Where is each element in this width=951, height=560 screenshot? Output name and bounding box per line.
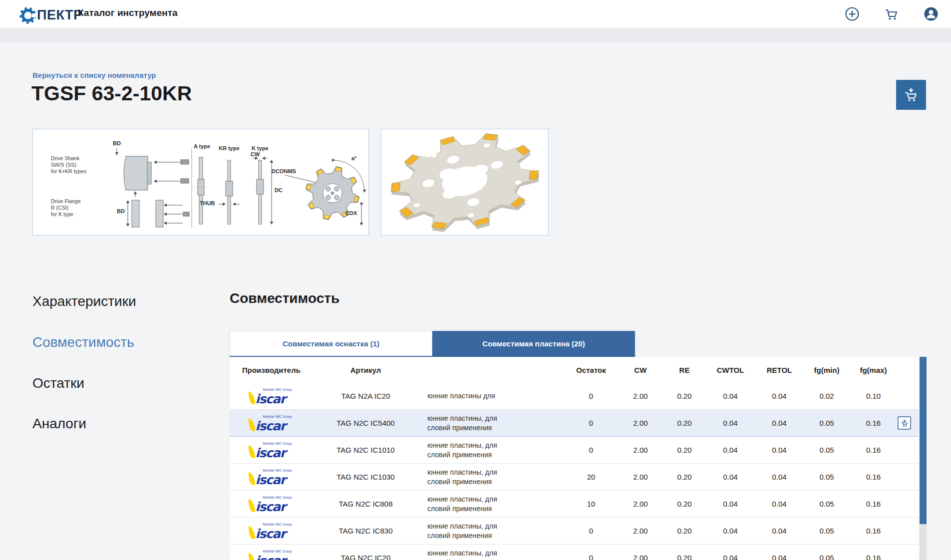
cell-cwtol: 0.04 xyxy=(706,491,755,518)
cell-description: юнние пластины, длясловий применения xyxy=(427,437,564,464)
drawing-label-thub: THUB xyxy=(200,200,215,207)
cell-description: юнние пластины, длясловий применения xyxy=(427,545,564,560)
iscar-logo: Member IMC Group iscar xyxy=(240,523,295,539)
cell-retol: 0.04 xyxy=(755,491,804,518)
cell-cwtol: 0.04 xyxy=(706,464,755,491)
cell-actions xyxy=(897,491,919,518)
cell-cw: 2.00 xyxy=(618,383,663,410)
iscar-wordmark: iscar xyxy=(256,421,286,431)
cell-re: 0.20 xyxy=(663,383,706,410)
sidebar-item-compatibility[interactable]: Совместимость xyxy=(32,334,134,350)
table-row[interactable]: Member IMC Group iscar TAG N2C IC20 юнни… xyxy=(230,545,919,560)
add-plus-icon[interactable] xyxy=(844,5,861,22)
cell-fgmax: 0.10 xyxy=(850,383,897,410)
iscar-member-text: Member IMC Group xyxy=(263,469,292,472)
col-retol: RETOL xyxy=(755,357,804,383)
cell-retol: 0.04 xyxy=(755,464,804,491)
cell-re: 0.20 xyxy=(663,437,706,464)
iscar-wordmark: iscar xyxy=(256,502,286,512)
iscar-member-text: Member IMC Group xyxy=(263,550,292,553)
cell-fgmin: 0.05 xyxy=(804,491,850,518)
cell-cw: 2.00 xyxy=(618,491,663,518)
cell-fgmin: 0.05 xyxy=(804,518,850,545)
iscar-wordmark: iscar xyxy=(256,394,286,404)
iscar-wordmark: iscar xyxy=(256,556,286,560)
cell-cwtol: 0.04 xyxy=(706,518,755,545)
cell-cwtol: 0.04 xyxy=(706,410,755,437)
drawing-label-dconms: DCONMS xyxy=(272,168,296,175)
sidebar-item-stock[interactable]: Остатки xyxy=(32,375,84,391)
cell-actions xyxy=(897,464,919,491)
compatibility-tabs: Совместимая оснастка (1) Совместимая пла… xyxy=(230,331,635,357)
iscar-wordmark: iscar xyxy=(256,529,286,539)
col-re: RE xyxy=(663,357,706,383)
table-scrollbar-thumb[interactable] xyxy=(920,357,927,524)
iscar-flame-icon xyxy=(248,445,255,458)
nav-catalog-link[interactable]: Каталог инструмента xyxy=(78,7,178,18)
col-actions xyxy=(897,357,919,383)
table-row[interactable]: Member IMC Group iscar TAG N2C IC808 юнн… xyxy=(230,491,919,518)
table-row[interactable]: Member IMC Group iscar TAG N2C IC1010 юн… xyxy=(230,437,919,464)
iscar-member-text: Member IMC Group xyxy=(263,442,292,445)
cell-description: юнние пластины, длясловий применения xyxy=(427,491,564,518)
cell-description: юнние пластины, длясловий применения xyxy=(427,464,564,491)
iscar-logo: Member IMC Group iscar xyxy=(240,469,295,485)
table-scrollbar[interactable] xyxy=(920,357,927,560)
cart-icon[interactable] xyxy=(883,5,900,22)
top-bar: ПЕКТР Каталог инструмента xyxy=(0,0,951,28)
cell-description: юнние пластины, длясловий применения xyxy=(427,410,564,437)
drawing-label-drive-shank: Drive Shank SW/S (SS) for K+KR types xyxy=(51,155,86,175)
cell-article: TAG N2C IC1030 xyxy=(305,464,427,491)
iscar-flame-icon xyxy=(248,472,255,485)
iscar-logo: Member IMC Group iscar xyxy=(240,415,295,431)
cell-stock: 0 xyxy=(564,437,618,464)
table-row[interactable]: Member IMC Group iscar TAG N2C IC5400 юн… xyxy=(230,410,919,437)
row-add-to-cart-button[interactable] xyxy=(898,416,911,430)
cell-description: юнние пластины, длясловий применения xyxy=(427,518,564,545)
cell-fgmax: 0.16 xyxy=(850,518,897,545)
iscar-member-text: Member IMC Group xyxy=(263,415,292,418)
col-fgmin: fg(min) xyxy=(804,357,850,383)
product-page: ПЕКТР Каталог инструмента Вернуться к сп… xyxy=(0,0,951,560)
table-row[interactable]: Member IMC Group iscar TAG N2A IC20 юнни… xyxy=(230,383,919,410)
cell-article: TAG N2C IC808 xyxy=(305,491,427,518)
add-to-cart-button[interactable] xyxy=(896,80,926,110)
iscar-wordmark: iscar xyxy=(256,448,286,458)
col-manufacturer: Производитель xyxy=(230,357,305,383)
cell-fgmin: 0.05 xyxy=(804,545,850,560)
iscar-logo: Member IMC Group iscar xyxy=(240,550,295,560)
drawing-label-angle: a° xyxy=(351,155,357,162)
cell-retol: 0.04 xyxy=(755,545,804,560)
drawing-label-a-type: A type xyxy=(194,143,210,150)
cell-re: 0.20 xyxy=(663,464,706,491)
tab-compatible-tooling[interactable]: Совместимая оснастка (1) xyxy=(230,331,432,356)
table-row[interactable]: Member IMC Group iscar TAG N2C IC1030 юн… xyxy=(230,464,919,491)
sidebar-item-analogs[interactable]: Аналоги xyxy=(32,416,86,432)
tab-compatible-insert[interactable]: Совместимая пластина (20) xyxy=(432,331,635,356)
table-header-row: Производитель Артикул Остаток CW RE CWTO… xyxy=(230,357,919,383)
cell-cwtol: 0.04 xyxy=(706,383,755,410)
iscar-flame-icon xyxy=(248,499,255,512)
spektr-logo[interactable]: ПЕКТР xyxy=(18,5,83,25)
gear-logo-icon xyxy=(18,5,38,25)
cell-article: TAG N2C IC20 xyxy=(305,545,427,560)
sidebar-item-characteristics[interactable]: Характеристики xyxy=(32,293,136,309)
add-to-cart-icon xyxy=(903,87,919,103)
iscar-flame-icon xyxy=(248,526,255,539)
technical-drawing-image: Drive Shank SW/S (SS) for K+KR types Dri… xyxy=(32,129,369,236)
cell-actions xyxy=(897,518,919,545)
back-to-list-link[interactable]: Вернуться к списку номенклатур xyxy=(32,71,156,79)
compatibility-table: Производитель Артикул Остаток CW RE CWTO… xyxy=(230,357,919,560)
iscar-logo: Member IMC Group iscar xyxy=(240,496,295,512)
table-row[interactable]: Member IMC Group iscar TAG N2C IC830 юнн… xyxy=(230,518,919,545)
col-article: Артикул xyxy=(305,357,427,383)
cell-cw: 2.00 xyxy=(618,464,663,491)
cell-fgmax: 0.16 xyxy=(850,437,897,464)
cell-re: 0.20 xyxy=(663,545,706,560)
user-avatar-icon[interactable] xyxy=(923,5,940,22)
cell-retol: 0.04 xyxy=(755,383,804,410)
cell-cwtol: 0.04 xyxy=(706,545,755,560)
col-cw: CW xyxy=(618,357,663,383)
drawing-label-cdx: CDX xyxy=(345,210,357,217)
cell-fgmin: 0.05 xyxy=(804,464,850,491)
